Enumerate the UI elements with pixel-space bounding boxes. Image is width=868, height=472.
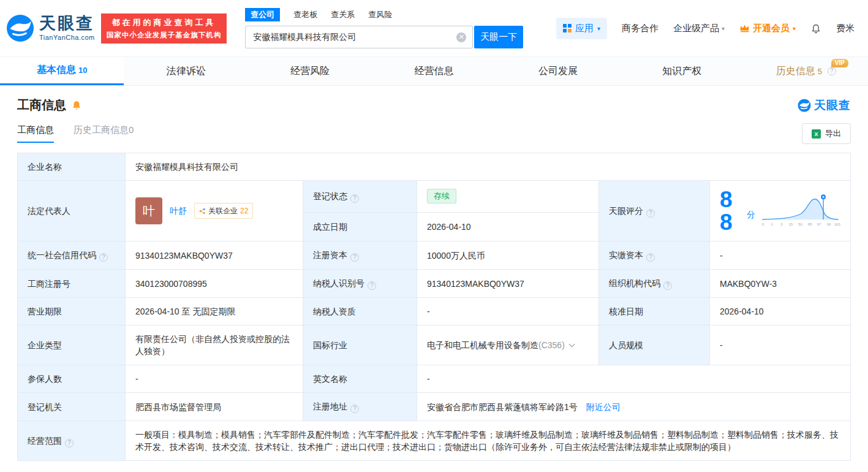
reg-authority-value: 肥西县市场监督管理局 xyxy=(126,393,303,421)
export-button[interactable]: X 导出 xyxy=(802,123,851,144)
nav-enterprise-label: 企业级产品 xyxy=(673,23,719,34)
tab-label: 法律诉讼 xyxy=(167,65,206,78)
logo-text: 天眼查 TianYanCha.com xyxy=(39,15,95,41)
nearby-companies-link[interactable]: 附近公司 xyxy=(586,402,621,412)
search-tab-risk[interactable]: 查风险 xyxy=(368,9,392,20)
reg-status-label: 登记状态? xyxy=(303,181,417,213)
tianyancha-logo[interactable]: 天眼查 TianYanCha.com xyxy=(6,14,95,42)
business-term-label: 营业期限 xyxy=(18,298,126,325)
business-term-value: 2026-04-10 至 无固定期限 xyxy=(126,298,303,325)
nav-enterprise[interactable]: 企业级产品 ▾ xyxy=(673,23,725,34)
svg-text:85: 85 xyxy=(808,222,812,226)
score-chart: 0 1 3 15 50 85 97 99 100 xyxy=(760,191,840,231)
taxpayer-id-label: 纳税人识别号? xyxy=(303,270,417,298)
tianyan-score-value: 88 分 0 1 3 15 50 85 97 99 1 xyxy=(710,181,851,242)
tab-company-development[interactable]: 公司发展 xyxy=(496,57,620,85)
credit-code-value: 91340123MAKBQ0YW37 xyxy=(126,242,303,270)
table-row: 法定代表人 叶 叶舒 关联企业 22 登记状态? 存续 天眼评分? xyxy=(18,181,851,213)
tab-intellectual-property[interactable]: 知识产权 xyxy=(620,57,744,85)
legal-rep-name-link[interactable]: 叶舒 xyxy=(170,205,187,217)
svg-text:15: 15 xyxy=(788,222,793,226)
help-icon[interactable]: ? xyxy=(828,67,836,75)
help-icon[interactable]: ? xyxy=(65,439,74,447)
related-companies-count: 22 xyxy=(240,205,248,217)
table-row: 企业类型 有限责任公司（非自然人投资或控股的法人独资） 国标行业 电子和电工机械… xyxy=(18,325,851,365)
subtab-row: 工商信息 历史工商信息0 X 导出 xyxy=(17,123,851,144)
help-icon[interactable]: ? xyxy=(646,253,655,262)
reg-address-label: 注册地址? xyxy=(303,393,417,421)
tianyancha-logo-icon xyxy=(6,14,34,42)
search-button[interactable]: 天眼一下 xyxy=(474,26,523,48)
taxpayer-quality-value: - xyxy=(417,298,599,325)
legal-rep-avatar[interactable]: 叶 xyxy=(135,197,162,224)
tab-operation-risk[interactable]: 经营风险 xyxy=(248,57,372,85)
subtab-history-business-info[interactable]: 历史工商信息0 xyxy=(74,124,134,143)
tab-label: 经营风险 xyxy=(290,65,330,78)
industry-text: 电子和电工机械专用设备制造 xyxy=(427,339,538,351)
tab-legal-litigation[interactable]: 法律诉讼 xyxy=(124,57,247,85)
nav-open-vip-label: 开通会员 xyxy=(753,23,790,34)
svg-text:99: 99 xyxy=(826,222,831,226)
crown-icon xyxy=(739,24,750,32)
chevron-down-icon[interactable] xyxy=(568,341,575,348)
apps-grid-icon xyxy=(563,24,572,32)
help-icon[interactable]: ? xyxy=(368,281,376,290)
company-type-label: 企业类型 xyxy=(18,325,126,365)
export-label: 导出 xyxy=(825,128,841,139)
notification-bell[interactable] xyxy=(810,23,821,34)
logo-title: 天眼查 xyxy=(39,15,95,32)
search-tab-boss[interactable]: 查老板 xyxy=(293,9,317,20)
tab-basic-info[interactable]: 基本信息 10 xyxy=(0,57,124,85)
table-row: 企业名称 安徽福耀模具科技有限公司 xyxy=(18,153,851,181)
industry-label: 国标行业 xyxy=(303,325,417,365)
industry-value: 电子和电工机械专用设备制造 (C356) xyxy=(417,325,599,365)
subtab-business-info[interactable]: 工商信息 xyxy=(17,124,54,143)
industry-code: (C356) xyxy=(538,339,565,351)
tab-label: 历史信息 xyxy=(776,65,815,78)
tab-operation-info[interactable]: 经营信息 xyxy=(372,57,496,85)
help-icon[interactable]: ? xyxy=(663,281,672,290)
user-name[interactable]: 费米 xyxy=(836,23,855,34)
taxpayer-quality-label: 纳税人资质 xyxy=(303,298,417,325)
help-icon[interactable]: ? xyxy=(646,209,655,218)
reg-authority-label: 登记机关 xyxy=(18,393,126,421)
reg-number-label: 工商注册号 xyxy=(18,270,126,298)
tianyancha-logo-icon xyxy=(798,99,811,112)
table-row: 营业期限 2026-04-10 至 无固定期限 纳税人资质 - 核准日期 202… xyxy=(18,298,851,325)
section-title: 工商信息 xyxy=(17,97,66,113)
clear-icon[interactable]: ✕ xyxy=(456,32,466,42)
help-icon[interactable]: ? xyxy=(350,194,359,203)
nav-open-vip[interactable]: 开通会员 ▾ xyxy=(739,23,796,34)
tab-label: 经营信息 xyxy=(414,65,453,78)
tab-history-info[interactable]: VIP 历史信息 5 ? xyxy=(744,57,868,85)
related-companies-label: 关联企业 xyxy=(208,205,238,217)
tab-label: 基本信息 xyxy=(37,64,76,77)
tab-label: 知识产权 xyxy=(662,65,701,78)
bell-icon xyxy=(71,100,82,111)
tab-count: 10 xyxy=(78,66,87,75)
monitor-bell-button[interactable] xyxy=(71,100,82,111)
search-tab-relation[interactable]: 查关系 xyxy=(331,9,355,20)
svg-text:1: 1 xyxy=(771,222,773,226)
apps-menu[interactable]: 应用 ▾ xyxy=(556,18,607,39)
search-row: ✕ 天眼一下 xyxy=(245,26,523,48)
table-row: 工商注册号 340123000708995 纳税人识别号? 91340123MA… xyxy=(18,270,851,298)
reg-capital-value: 10000万人民币 xyxy=(417,242,599,270)
related-companies-badge[interactable]: 关联企业 22 xyxy=(194,203,253,219)
approval-date-value: 2026-04-10 xyxy=(710,298,851,325)
logo-subtitle: TianYanCha.com xyxy=(39,34,95,41)
paid-capital-value: - xyxy=(710,242,851,270)
help-icon[interactable]: ? xyxy=(350,405,359,413)
reg-status-value: 存续 xyxy=(417,181,599,213)
search-tab-company[interactable]: 查公司 xyxy=(245,8,280,21)
search-input[interactable] xyxy=(246,26,472,48)
nav-cooperation[interactable]: 商务合作 xyxy=(622,23,659,34)
help-icon[interactable]: ? xyxy=(350,253,359,262)
org-code-label: 组织机构代码? xyxy=(599,270,710,298)
help-icon[interactable]: ? xyxy=(99,253,108,262)
status-badge: 存续 xyxy=(427,189,456,204)
section-brand-text: 天眼查 xyxy=(814,97,851,113)
top-nav: 应用 ▾ 商务合作 企业级产品 ▾ 开通会员 ▾ 费米 xyxy=(556,18,855,39)
svg-text:50: 50 xyxy=(798,222,802,226)
svg-text:X: X xyxy=(814,131,818,137)
